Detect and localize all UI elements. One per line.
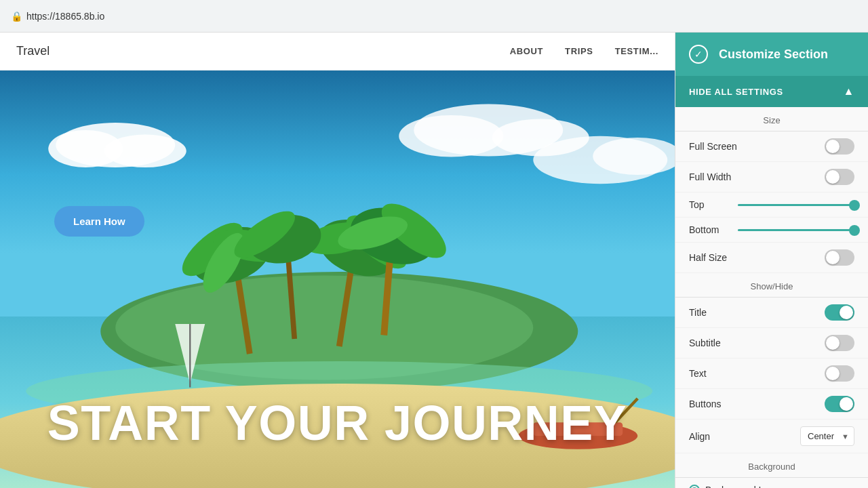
hero-section: Learn How START YOUR JOURNEY xyxy=(0,70,675,488)
nav-link-about[interactable]: ABOUT xyxy=(510,46,543,56)
bottom-slider-label: Bottom xyxy=(689,224,730,235)
text-row: Text xyxy=(675,359,868,389)
text-label: Text xyxy=(689,368,707,379)
top-slider-track[interactable] xyxy=(738,204,854,206)
subtitle-row: Subtitle xyxy=(675,328,868,359)
browser-bar: 🔒 https://18865.8b.io xyxy=(0,0,868,33)
site-nav: Travel ABOUT TRIPS TESTIM... xyxy=(0,33,675,70)
hide-all-settings-button[interactable]: HIDE ALL SETTINGS ▲ xyxy=(675,76,868,107)
show-hide-list: Title Subtitle Text But xyxy=(675,298,868,453)
background-section-label: Background xyxy=(675,453,868,478)
title-toggle-knob xyxy=(840,306,853,319)
align-select[interactable]: Left Center Right xyxy=(800,426,854,446)
site-nav-links: ABOUT TRIPS TESTIM... xyxy=(510,46,658,56)
align-select-wrapper: Left Center Right ▼ xyxy=(800,426,854,446)
half-size-toggle[interactable] xyxy=(825,249,854,266)
show-hide-section-label: Show/Hide xyxy=(675,273,868,298)
align-row: Align Left Center Right ▼ xyxy=(675,420,868,453)
subtitle-label: Subtitle xyxy=(689,338,721,348)
title-toggle[interactable] xyxy=(825,304,854,321)
title-label: Title xyxy=(689,307,707,318)
learn-how-button[interactable]: Learn How xyxy=(54,206,144,237)
background-image-radio[interactable] xyxy=(689,485,700,488)
size-section-label: Size xyxy=(675,107,868,131)
top-slider-fill xyxy=(738,204,854,206)
background-row: Background Image xyxy=(675,478,868,488)
customize-panel: ✓ Customize Section HIDE ALL SETTINGS ▲ … xyxy=(675,33,868,488)
half-size-row: Half Size xyxy=(675,243,868,273)
buttons-row: Buttons xyxy=(675,389,868,420)
main-area: Travel ABOUT TRIPS TESTIM... xyxy=(0,33,868,488)
bottom-slider-row: Bottom xyxy=(675,218,868,243)
buttons-toggle[interactable] xyxy=(825,396,854,412)
lock-icon: 🔒 xyxy=(11,11,22,22)
hide-all-label: HIDE ALL SETTINGS xyxy=(689,87,783,97)
full-width-row: Full Width xyxy=(675,162,868,192)
checkmark-icon: ✓ xyxy=(689,45,708,64)
text-toggle[interactable] xyxy=(825,365,854,382)
svg-point-3 xyxy=(104,135,186,167)
panel-header: ✓ Customize Section xyxy=(675,33,868,76)
title-row: Title xyxy=(675,298,868,328)
nav-link-trips[interactable]: TRIPS xyxy=(565,46,593,56)
full-screen-toggle-knob xyxy=(826,140,840,153)
subtitle-toggle-knob xyxy=(826,336,840,350)
full-width-label: Full Width xyxy=(689,171,731,182)
full-width-toggle[interactable] xyxy=(825,169,854,185)
chevron-up-icon: ▲ xyxy=(844,85,855,98)
text-toggle-knob xyxy=(826,367,840,380)
bottom-slider-track[interactable] xyxy=(738,229,854,231)
full-width-toggle-knob xyxy=(826,170,840,184)
full-screen-row: Full Screen xyxy=(675,131,868,162)
top-slider-thumb[interactable] xyxy=(849,200,860,211)
nav-link-testimonials[interactable]: TESTIM... xyxy=(615,46,658,56)
hero-title-area: START YOUR JOURNEY xyxy=(0,399,675,447)
settings-list: Full Screen Full Width Top xyxy=(675,131,868,273)
full-screen-label: Full Screen xyxy=(689,141,737,152)
half-size-label: Half Size xyxy=(689,252,727,263)
buttons-label: Buttons xyxy=(689,399,721,409)
background-image-label: Background Image xyxy=(705,485,785,488)
svg-point-5 xyxy=(399,115,503,157)
align-label: Align xyxy=(689,431,710,442)
subtitle-toggle[interactable] xyxy=(825,335,854,351)
website-preview: Travel ABOUT TRIPS TESTIM... xyxy=(0,33,675,488)
bottom-slider-fill xyxy=(738,229,854,231)
top-slider-label: Top xyxy=(689,199,730,210)
full-screen-toggle[interactable] xyxy=(825,138,854,155)
top-slider-row: Top xyxy=(675,192,868,218)
hero-title: START YOUR JOURNEY xyxy=(0,399,675,447)
bottom-slider-thumb[interactable] xyxy=(849,225,860,236)
url-bar: https://18865.8b.io xyxy=(26,11,104,22)
panel-title: Customize Section xyxy=(719,47,828,62)
buttons-toggle-knob xyxy=(840,397,853,411)
half-size-toggle-knob xyxy=(826,251,840,264)
site-logo: Travel xyxy=(16,44,50,58)
